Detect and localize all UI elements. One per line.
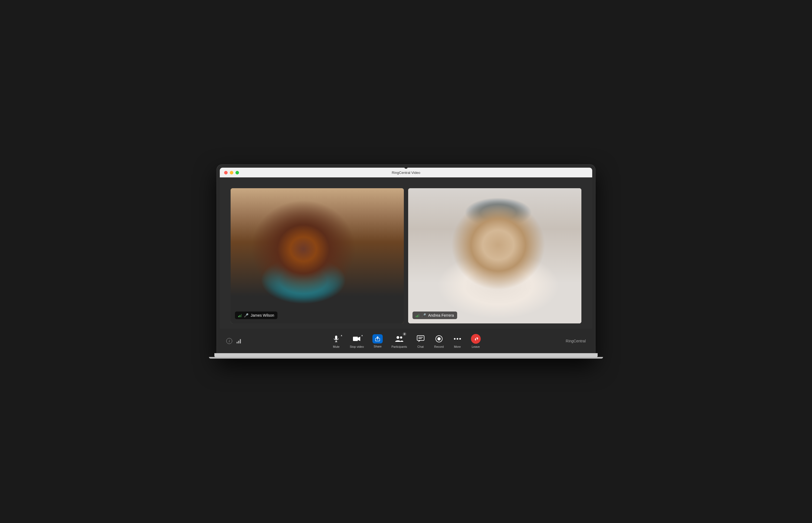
mic-icon-andrea: 🎤: [421, 313, 426, 318]
stop-video-icon: ▲: [352, 334, 362, 344]
mute-caret: ▲: [340, 334, 343, 337]
signal-strength: [237, 339, 241, 343]
signal-bar-a3: [418, 314, 419, 317]
record-button[interactable]: Record: [434, 334, 444, 348]
signal-icon-andrea: [416, 313, 419, 317]
mute-button[interactable]: ▲ Mute: [331, 334, 341, 348]
svg-rect-3: [353, 337, 358, 341]
window-title: RingCentral Video: [392, 170, 420, 175]
mute-icon: ▲: [331, 334, 341, 344]
svg-rect-0: [335, 336, 337, 339]
signal-tb-bar-1: [237, 342, 238, 343]
share-button[interactable]: Share: [373, 334, 383, 348]
video-panel-andrea: 🎤 Andrea Ferrera: [408, 188, 582, 323]
leave-label: Leave: [472, 345, 480, 348]
laptop-bottom: [209, 357, 603, 359]
title-bar: RingCentral Video: [220, 168, 592, 177]
chat-button[interactable]: Chat: [416, 334, 426, 348]
window-controls: [224, 171, 239, 175]
chat-label: Chat: [417, 345, 424, 348]
signal-tb-bar-3: [240, 339, 241, 343]
stop-video-label: Stop video: [350, 345, 364, 348]
video-panel-james: 🎤 James Wilson: [230, 188, 404, 323]
toolbar-center: ▲ Mute ▲ Stop video: [331, 334, 480, 348]
svg-point-15: [459, 338, 461, 340]
participant-count-badge: 2: [403, 332, 406, 336]
brand-name: RingCentral: [566, 339, 586, 343]
signal-bar-a2: [417, 315, 418, 317]
video-area: 🎤 James Wilson 🎤 Andrea Ferrera: [220, 177, 592, 329]
screen: RingCentral Video 🎤 James Wilson: [220, 168, 592, 353]
share-label: Share: [374, 345, 382, 348]
svg-point-7: [400, 337, 402, 339]
signal-bar-3: [241, 314, 242, 317]
svg-point-13: [454, 338, 455, 340]
participant-label-andrea: 🎤 Andrea Ferrera: [413, 311, 457, 319]
participants-label: Participants: [391, 345, 407, 348]
mute-label: Mute: [333, 345, 340, 348]
toolbar-left: i: [226, 338, 241, 344]
leave-icon: [471, 334, 481, 344]
minimize-button[interactable]: [230, 171, 233, 175]
info-icon: i: [226, 338, 232, 344]
signal-bar-1: [238, 316, 239, 317]
record-label: Record: [434, 345, 444, 348]
signal-bar-a1: [416, 316, 417, 317]
svg-point-12: [437, 337, 440, 341]
more-label: More: [454, 345, 461, 348]
laptop-base: [214, 353, 598, 357]
leave-button[interactable]: Leave: [471, 334, 481, 348]
svg-rect-8: [417, 336, 424, 341]
participants-button[interactable]: 2 Participants: [391, 334, 407, 348]
more-icon: [452, 334, 462, 344]
record-icon: [434, 334, 444, 344]
signal-tb-bar-2: [238, 341, 239, 343]
participant-label-james: 🎤 James Wilson: [235, 311, 277, 319]
maximize-button[interactable]: [236, 171, 239, 175]
participant-name-andrea: Andrea Ferrera: [428, 313, 454, 318]
share-icon: [373, 334, 383, 343]
svg-point-14: [456, 338, 458, 340]
participant-name-james: James Wilson: [250, 313, 274, 318]
chat-icon: [416, 334, 426, 344]
svg-point-6: [397, 336, 399, 339]
more-button[interactable]: More: [452, 334, 462, 348]
signal-icon-james: [238, 313, 242, 317]
participants-icon: 2: [394, 334, 404, 344]
signal-bar-2: [240, 315, 240, 317]
laptop-frame: RingCentral Video 🎤 James Wilson: [217, 164, 595, 359]
toolbar: i: [220, 329, 592, 353]
close-button[interactable]: [224, 171, 228, 175]
info-button[interactable]: i: [226, 338, 232, 344]
stop-video-button[interactable]: ▲ Stop video: [350, 334, 364, 348]
video-caret: ▲: [361, 334, 363, 337]
mic-icon-james: 🎤: [244, 313, 248, 318]
laptop-wrapper: RingCentral Video 🎤 James Wilson: [217, 164, 595, 359]
